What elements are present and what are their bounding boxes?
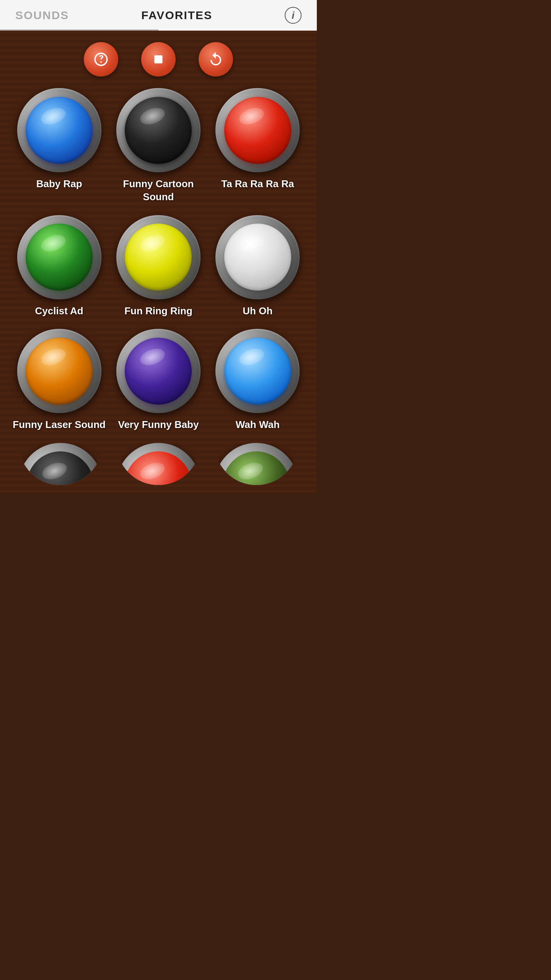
sound-item-cyclist-ad: Cyclist Ad bbox=[11, 215, 107, 318]
sound-btn-inner-orange bbox=[26, 338, 93, 405]
sound-btn-inner-blue bbox=[26, 97, 93, 164]
partial-sound-2[interactable] bbox=[116, 443, 201, 485]
sound-btn-inner-lightblue bbox=[224, 338, 291, 405]
sound-label-uh-oh: Uh Oh bbox=[243, 305, 272, 318]
sound-btn-inner-green bbox=[26, 224, 93, 291]
sound-label-fun-ring: Fun Ring Ring bbox=[124, 305, 192, 318]
sound-label-cyclist-ad: Cyclist Ad bbox=[35, 305, 83, 318]
sound-label-funny-cartoon: Funny Cartoon Sound bbox=[111, 178, 206, 204]
sound-item-fun-ring: Fun Ring Ring bbox=[111, 215, 206, 318]
help-button[interactable] bbox=[84, 42, 118, 77]
partial-sound-3[interactable] bbox=[214, 443, 298, 485]
sound-btn-inner-purple bbox=[125, 338, 192, 405]
sound-item-ta-ra: Ta Ra Ra Ra Ra bbox=[210, 88, 305, 204]
sound-btn-inner-red bbox=[224, 97, 291, 164]
sound-label-baby-rap: Baby Rap bbox=[36, 178, 82, 191]
sounds-grid: Baby Rap Funny Cartoon Sound Ta Ra Ra Ra… bbox=[8, 88, 309, 439]
sound-item-baby-rap: Baby Rap bbox=[11, 88, 107, 204]
sound-btn-inner-black bbox=[125, 97, 192, 164]
sound-button-fun-ring[interactable] bbox=[116, 215, 201, 299]
sound-button-funny-laser[interactable] bbox=[17, 329, 101, 413]
stop-icon bbox=[150, 51, 166, 67]
svg-rect-0 bbox=[155, 56, 163, 64]
replay-icon bbox=[208, 51, 224, 67]
sound-button-ta-ra[interactable] bbox=[215, 88, 300, 172]
sound-item-funny-laser: Funny Laser Sound bbox=[11, 329, 107, 431]
stop-button[interactable] bbox=[141, 42, 176, 77]
sound-label-funny-laser: Funny Laser Sound bbox=[13, 418, 106, 431]
tab-underline bbox=[0, 29, 158, 31]
sound-item-wah-wah: Wah Wah bbox=[210, 329, 305, 431]
sound-item-funny-cartoon: Funny Cartoon Sound bbox=[111, 88, 206, 204]
tab-favorites[interactable]: FAVORITES bbox=[141, 9, 212, 22]
question-mark-icon bbox=[93, 51, 109, 67]
info-button[interactable]: i bbox=[285, 7, 302, 24]
tab-sounds[interactable]: SOUNDS bbox=[15, 9, 69, 22]
sound-button-baby-rap[interactable] bbox=[17, 88, 101, 172]
partial-sound-1[interactable] bbox=[18, 443, 103, 485]
sound-label-very-funny-baby: Very Funny Baby bbox=[118, 418, 199, 431]
sound-button-very-funny-baby[interactable] bbox=[116, 329, 201, 413]
header: SOUNDS FAVORITES i bbox=[0, 0, 317, 31]
sound-label-ta-ra: Ta Ra Ra Ra Ra bbox=[221, 178, 294, 191]
sound-item-uh-oh: Uh Oh bbox=[210, 215, 305, 318]
sound-button-cyclist-ad[interactable] bbox=[17, 215, 101, 299]
sound-label-wah-wah: Wah Wah bbox=[236, 418, 280, 431]
controls-row bbox=[8, 42, 309, 77]
sound-btn-inner-yellow bbox=[125, 224, 192, 291]
sound-button-funny-cartoon[interactable] bbox=[116, 88, 201, 172]
sound-button-wah-wah[interactable] bbox=[215, 329, 300, 413]
replay-button[interactable] bbox=[199, 42, 233, 77]
sound-btn-inner-white bbox=[224, 224, 291, 291]
main-content: Baby Rap Funny Cartoon Sound Ta Ra Ra Ra… bbox=[0, 31, 317, 493]
sound-button-uh-oh[interactable] bbox=[215, 215, 300, 299]
sound-item-very-funny-baby: Very Funny Baby bbox=[111, 329, 206, 431]
partial-sounds-row bbox=[8, 443, 309, 485]
